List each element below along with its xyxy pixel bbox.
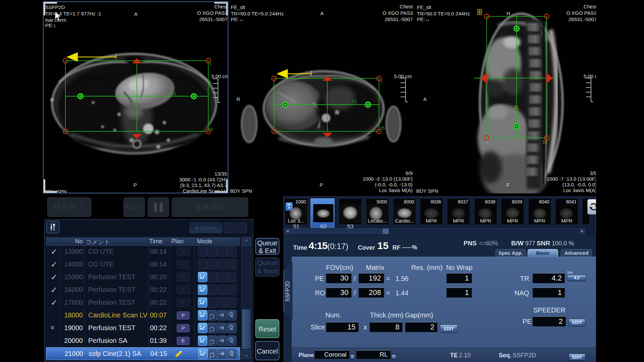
svg-text:S1: S1: [352, 100, 357, 104]
svg-text:1: 1: [380, 79, 383, 83]
svg-text:S1: S1: [172, 92, 177, 96]
svg-text:1: 1: [210, 62, 212, 67]
svg-text:S1: S1: [514, 105, 519, 110]
svg-text:15: 15: [209, 127, 213, 132]
svg-text:15: 15: [380, 126, 385, 130]
svg-text:1: 1: [486, 140, 489, 144]
svg-text:15: 15: [543, 140, 547, 144]
